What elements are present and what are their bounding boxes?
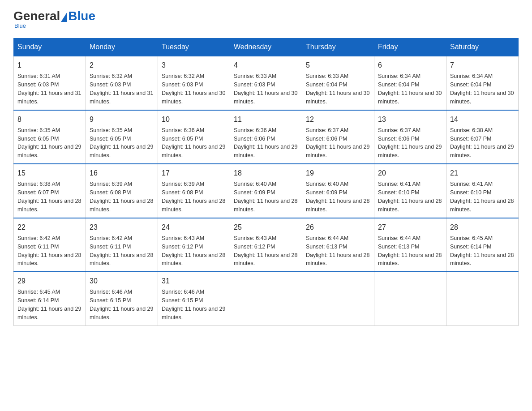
calendar-day-cell: 18Sunrise: 6:40 AMSunset: 6:09 PMDayligh… [230, 164, 302, 218]
calendar-day-cell: 22Sunrise: 6:42 AMSunset: 6:11 PMDayligh… [14, 218, 86, 272]
calendar-day-cell: 8Sunrise: 6:35 AMSunset: 6:05 PMDaylight… [14, 110, 86, 164]
day-info: Sunrise: 6:33 AMSunset: 6:04 PMDaylight:… [306, 73, 369, 105]
day-header: Saturday [446, 39, 519, 56]
day-header: Wednesday [230, 39, 302, 56]
day-number: 11 [234, 114, 298, 124]
day-number: 2 [90, 60, 154, 70]
calendar-week-row: 8Sunrise: 6:35 AMSunset: 6:05 PMDaylight… [14, 110, 519, 164]
calendar-day-cell: 21Sunrise: 6:41 AMSunset: 6:10 PMDayligh… [446, 164, 519, 218]
day-info: Sunrise: 6:42 AMSunset: 6:11 PMDaylight:… [17, 235, 81, 267]
calendar-header-row: SundayMondayTuesdayWednesdayThursdayFrid… [14, 39, 519, 56]
calendar-day-cell: 1Sunrise: 6:31 AMSunset: 6:03 PMDaylight… [14, 56, 86, 110]
calendar-day-cell [446, 272, 519, 325]
day-number: 25 [234, 222, 298, 232]
calendar-day-cell: 9Sunrise: 6:35 AMSunset: 6:05 PMDaylight… [86, 110, 158, 164]
day-number: 26 [306, 222, 370, 232]
day-info: Sunrise: 6:38 AMSunset: 6:07 PMDaylight:… [17, 181, 81, 213]
calendar-day-cell: 15Sunrise: 6:38 AMSunset: 6:07 PMDayligh… [14, 164, 86, 218]
calendar-day-cell [302, 272, 374, 325]
day-header: Sunday [14, 39, 86, 56]
day-number: 24 [162, 222, 226, 232]
day-number: 8 [17, 114, 82, 124]
calendar-day-cell: 12Sunrise: 6:37 AMSunset: 6:06 PMDayligh… [302, 110, 374, 164]
calendar-day-cell: 31Sunrise: 6:46 AMSunset: 6:15 PMDayligh… [158, 272, 230, 325]
day-number: 30 [90, 276, 154, 286]
day-info: Sunrise: 6:44 AMSunset: 6:13 PMDaylight:… [306, 235, 369, 267]
day-number: 31 [162, 276, 226, 286]
calendar-day-cell: 23Sunrise: 6:42 AMSunset: 6:11 PMDayligh… [86, 218, 158, 272]
day-number: 15 [17, 168, 82, 178]
day-number: 19 [306, 168, 370, 178]
day-info: Sunrise: 6:38 AMSunset: 6:07 PMDaylight:… [450, 127, 514, 159]
day-info: Sunrise: 6:33 AMSunset: 6:03 PMDaylight:… [234, 73, 297, 105]
calendar-day-cell: 25Sunrise: 6:43 AMSunset: 6:12 PMDayligh… [230, 218, 302, 272]
day-header: Friday [374, 39, 446, 56]
day-number: 29 [17, 276, 82, 286]
day-number: 21 [450, 168, 515, 178]
day-info: Sunrise: 6:40 AMSunset: 6:09 PMDaylight:… [234, 181, 297, 213]
day-number: 7 [450, 60, 515, 70]
calendar-day-cell: 6Sunrise: 6:34 AMSunset: 6:04 PMDaylight… [374, 56, 446, 110]
day-info: Sunrise: 6:40 AMSunset: 6:09 PMDaylight:… [306, 181, 369, 213]
calendar-day-cell: 7Sunrise: 6:34 AMSunset: 6:04 PMDaylight… [446, 56, 519, 110]
day-number: 14 [450, 114, 515, 124]
calendar-table: SundayMondayTuesdayWednesdayThursdayFrid… [13, 38, 519, 326]
page-header: General Blue Blue [13, 9, 519, 29]
day-info: Sunrise: 6:32 AMSunset: 6:03 PMDaylight:… [162, 73, 225, 105]
day-number: 20 [378, 168, 442, 178]
day-number: 28 [450, 222, 515, 232]
day-info: Sunrise: 6:41 AMSunset: 6:10 PMDaylight:… [450, 181, 514, 213]
day-header: Monday [86, 39, 158, 56]
calendar-day-cell: 4Sunrise: 6:33 AMSunset: 6:03 PMDaylight… [230, 56, 302, 110]
logo: General Blue Blue [13, 9, 95, 29]
day-number: 6 [378, 60, 442, 70]
logo-subtitle: Blue [14, 22, 26, 29]
day-info: Sunrise: 6:34 AMSunset: 6:04 PMDaylight:… [450, 73, 514, 105]
calendar-day-cell: 5Sunrise: 6:33 AMSunset: 6:04 PMDaylight… [302, 56, 374, 110]
day-info: Sunrise: 6:45 AMSunset: 6:14 PMDaylight:… [17, 289, 81, 321]
calendar-day-cell: 28Sunrise: 6:45 AMSunset: 6:14 PMDayligh… [446, 218, 519, 272]
logo-arrow-icon [61, 12, 67, 22]
day-info: Sunrise: 6:46 AMSunset: 6:15 PMDaylight:… [162, 289, 225, 321]
day-info: Sunrise: 6:35 AMSunset: 6:05 PMDaylight:… [17, 127, 81, 159]
calendar-day-cell: 29Sunrise: 6:45 AMSunset: 6:14 PMDayligh… [14, 272, 86, 325]
calendar-day-cell [374, 272, 446, 325]
day-info: Sunrise: 6:36 AMSunset: 6:05 PMDaylight:… [162, 127, 225, 159]
calendar-day-cell: 13Sunrise: 6:37 AMSunset: 6:06 PMDayligh… [374, 110, 446, 164]
calendar-day-cell: 24Sunrise: 6:43 AMSunset: 6:12 PMDayligh… [158, 218, 230, 272]
day-info: Sunrise: 6:41 AMSunset: 6:10 PMDaylight:… [378, 181, 442, 213]
day-info: Sunrise: 6:44 AMSunset: 6:13 PMDaylight:… [378, 235, 442, 267]
calendar-day-cell: 16Sunrise: 6:39 AMSunset: 6:08 PMDayligh… [86, 164, 158, 218]
day-number: 17 [162, 168, 226, 178]
day-number: 9 [90, 114, 154, 124]
calendar-day-cell: 20Sunrise: 6:41 AMSunset: 6:10 PMDayligh… [374, 164, 446, 218]
day-info: Sunrise: 6:39 AMSunset: 6:08 PMDaylight:… [90, 181, 153, 213]
day-info: Sunrise: 6:34 AMSunset: 6:04 PMDaylight:… [378, 73, 442, 105]
calendar-week-row: 22Sunrise: 6:42 AMSunset: 6:11 PMDayligh… [14, 218, 519, 272]
day-number: 12 [306, 114, 370, 124]
calendar-body: 1Sunrise: 6:31 AMSunset: 6:03 PMDaylight… [14, 56, 519, 325]
day-number: 3 [162, 60, 226, 70]
day-number: 23 [90, 222, 154, 232]
calendar-day-cell: 26Sunrise: 6:44 AMSunset: 6:13 PMDayligh… [302, 218, 374, 272]
calendar-week-row: 29Sunrise: 6:45 AMSunset: 6:14 PMDayligh… [14, 272, 519, 325]
day-number: 16 [90, 168, 154, 178]
day-info: Sunrise: 6:45 AMSunset: 6:14 PMDaylight:… [450, 235, 514, 267]
calendar-week-row: 1Sunrise: 6:31 AMSunset: 6:03 PMDaylight… [14, 56, 519, 110]
day-info: Sunrise: 6:31 AMSunset: 6:03 PMDaylight:… [17, 73, 81, 105]
day-info: Sunrise: 6:36 AMSunset: 6:06 PMDaylight:… [234, 127, 297, 159]
day-info: Sunrise: 6:42 AMSunset: 6:11 PMDaylight:… [90, 235, 153, 267]
calendar-day-cell: 19Sunrise: 6:40 AMSunset: 6:09 PMDayligh… [302, 164, 374, 218]
day-number: 27 [378, 222, 442, 232]
day-number: 4 [234, 60, 298, 70]
calendar-week-row: 15Sunrise: 6:38 AMSunset: 6:07 PMDayligh… [14, 164, 519, 218]
day-number: 1 [17, 60, 82, 70]
day-number: 18 [234, 168, 298, 178]
logo-general: General [13, 9, 60, 23]
day-header: Thursday [302, 39, 374, 56]
day-number: 13 [378, 114, 442, 124]
day-info: Sunrise: 6:39 AMSunset: 6:08 PMDaylight:… [162, 181, 225, 213]
day-info: Sunrise: 6:43 AMSunset: 6:12 PMDaylight:… [234, 235, 297, 267]
day-info: Sunrise: 6:32 AMSunset: 6:03 PMDaylight:… [90, 73, 153, 105]
logo-blue: Blue [68, 9, 95, 23]
